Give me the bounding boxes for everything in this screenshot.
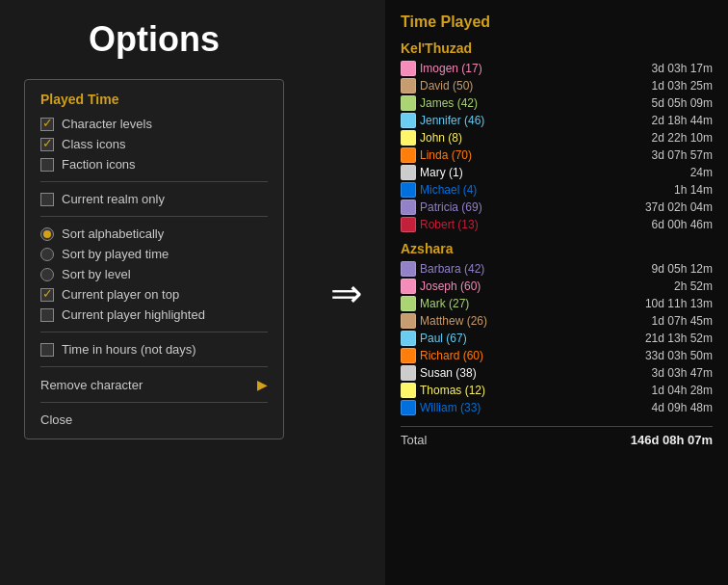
close-button[interactable]: Close [40, 412, 268, 427]
checkbox-time-hours[interactable] [40, 343, 54, 357]
radio-sort-time[interactable] [40, 248, 54, 261]
char-name: Barbara (42) [420, 262, 484, 276]
table-row[interactable]: Mark (27)10d 11h 13m [401, 295, 713, 312]
class-icon [401, 313, 416, 329]
checkbox-char-levels[interactable] [40, 118, 54, 131]
char-name: Paul (67) [420, 332, 467, 345]
option-sort-alpha[interactable]: Sort alphabetically [40, 226, 268, 241]
char-time: 21d 13h 52m [616, 332, 713, 345]
class-icon [401, 61, 416, 76]
checkbox-faction-icons[interactable] [40, 158, 54, 172]
char-left: Robert (13) [401, 217, 479, 232]
class-icon [401, 383, 416, 398]
table-row[interactable]: William (33)4d 09h 48m [401, 399, 713, 416]
option-faction-icons[interactable]: Faction icons [40, 157, 268, 172]
char-time: 2h 52m [616, 279, 713, 293]
table-row[interactable]: Jennifer (46)2d 18h 44m [401, 112, 713, 129]
divider-2 [40, 216, 268, 217]
class-icon [401, 279, 416, 294]
label-sort-alpha: Sort alphabetically [62, 226, 164, 241]
class-icon [401, 78, 416, 93]
class-icon [401, 348, 416, 363]
table-row[interactable]: Mary (1)24m [401, 164, 713, 181]
option-char-levels[interactable]: Character levels [40, 117, 268, 131]
class-icon [401, 113, 416, 128]
section-title: Played Time [40, 92, 268, 107]
char-time: 3d 03h 17m [616, 62, 713, 75]
table-row[interactable]: Linda (70)3d 07h 57m [401, 146, 713, 164]
checkbox-current-top[interactable] [40, 288, 54, 302]
char-name: Thomas (12) [420, 384, 485, 397]
table-row[interactable]: Susan (38)3d 03h 47m [401, 364, 713, 382]
divider-3 [40, 332, 268, 332]
char-left: Susan (38) [401, 365, 477, 381]
label-faction-icons: Faction icons [62, 157, 136, 172]
remove-character-button[interactable]: Remove character ▶ [40, 377, 268, 392]
table-row[interactable]: Thomas (12)1d 04h 28m [401, 382, 713, 399]
left-panel: Options Played Time Character levels Cla… [0, 0, 308, 585]
char-time: 1d 07h 45m [616, 314, 713, 328]
char-left: Thomas (12) [401, 383, 485, 398]
option-sort-time[interactable]: Sort by played time [40, 247, 268, 261]
class-icon [401, 296, 416, 311]
checkbox-class-icons[interactable] [40, 138, 54, 151]
label-class-icons: Class icons [62, 137, 125, 151]
remove-label: Remove character [40, 378, 143, 392]
option-current-top[interactable]: Current player on top [40, 287, 268, 302]
char-left: David (50) [401, 78, 473, 93]
realm-title: Kel'Thuzad [401, 40, 713, 56]
radio-sort-level[interactable] [40, 268, 54, 281]
label-sort-level: Sort by level [62, 267, 131, 281]
char-name: John (8) [420, 131, 462, 145]
char-time: 24m [616, 166, 713, 179]
class-icon [401, 165, 416, 180]
table-row[interactable]: Matthew (26)1d 07h 45m [401, 312, 713, 330]
radio-sort-alpha[interactable] [40, 227, 54, 241]
char-name: Susan (38) [420, 366, 477, 380]
char-left: Paul (67) [401, 331, 467, 346]
char-time: 10d 11h 13m [616, 297, 713, 310]
table-row[interactable]: Richard (60)33d 03h 50m [401, 347, 713, 364]
class-icon [401, 199, 416, 215]
table-row[interactable]: Imogen (17)3d 03h 17m [401, 60, 713, 77]
table-row[interactable]: James (42)5d 05h 09m [401, 94, 713, 112]
option-class-icons[interactable]: Class icons [40, 137, 268, 151]
label-current-top: Current player on top [62, 287, 179, 302]
class-icon [401, 400, 416, 415]
table-row[interactable]: Paul (67)21d 13h 52m [401, 330, 713, 347]
option-current-highlight[interactable]: Current player highlighted [40, 307, 268, 322]
table-row[interactable]: David (50)1d 03h 25m [401, 77, 713, 94]
char-time: 6d 00h 46m [616, 218, 713, 231]
class-icon [401, 261, 416, 277]
option-current-realm[interactable]: Current realm only [40, 192, 268, 206]
char-left: Linda (70) [401, 147, 472, 163]
table-row[interactable]: John (8)2d 22h 10m [401, 129, 713, 146]
panel-title: Time Played [401, 13, 713, 31]
char-name: Mary (1) [420, 166, 463, 179]
char-name: Matthew (26) [420, 314, 487, 328]
char-left: Joseph (60) [401, 279, 481, 294]
table-row[interactable]: Michael (4)1h 14m [401, 181, 713, 199]
char-time: 3d 07h 57m [616, 148, 713, 162]
option-sort-level[interactable]: Sort by level [40, 267, 268, 281]
checkbox-current-highlight[interactable] [40, 308, 54, 322]
table-row[interactable]: Robert (13)6d 00h 46m [401, 216, 713, 233]
table-row[interactable]: Patricia (69)37d 02h 04m [401, 199, 713, 216]
char-time: 33d 03h 50m [616, 349, 713, 362]
option-time-hours[interactable]: Time in hours (not days) [40, 342, 268, 357]
char-time: 2d 22h 10m [616, 131, 713, 145]
char-name: Joseph (60) [420, 279, 481, 293]
char-name: Robert (13) [420, 218, 479, 231]
table-row[interactable]: Joseph (60)2h 52m [401, 278, 713, 295]
char-time: 1h 14m [616, 183, 713, 197]
char-time: 2d 18h 44m [616, 114, 713, 127]
table-row[interactable]: Barbara (42)9d 05h 12m [401, 260, 713, 278]
char-time: 1d 04h 28m [616, 384, 713, 397]
char-name: William (33) [420, 401, 481, 414]
char-name: Mark (27) [420, 297, 469, 310]
class-icon [401, 331, 416, 346]
label-sort-time: Sort by played time [62, 247, 169, 261]
checkbox-current-realm[interactable] [40, 193, 54, 206]
char-name: David (50) [420, 79, 473, 93]
char-time: 3d 03h 47m [616, 366, 713, 380]
